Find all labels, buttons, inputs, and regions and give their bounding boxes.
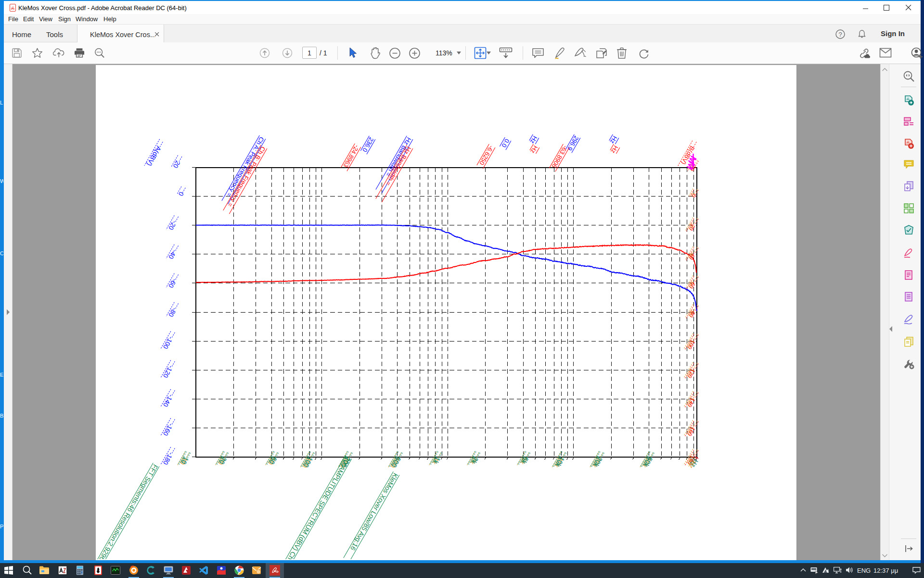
svg-text:-80: -80 [167, 306, 178, 318]
svg-text:20*AMPLITUDE SPECTRUM (dBV): 20*AMPLITUDE SPECTRUM (dBV) Ch A [283, 456, 352, 560]
svg-text:Hz: Hz [609, 144, 619, 155]
svg-text:Ch A: Peak Frequency =: Ch A: Peak Frequency = [225, 136, 266, 198]
svg-text:Ch B: Peak Frequency =: Ch B: Peak Frequency = [226, 145, 267, 208]
svg-text:20: 20 [172, 159, 182, 170]
svg-text:-140: -140 [162, 393, 175, 408]
svg-text:?: ? [838, 31, 842, 38]
svg-text:-40: -40 [167, 249, 178, 260]
svg-text:Hz: Hz [528, 135, 539, 145]
svg-text:-180: -180 [162, 451, 175, 466]
svg-text:-160: -160 [162, 422, 175, 437]
svg-text:-100: -100 [162, 335, 175, 350]
svg-text:-120: -120 [162, 364, 175, 379]
svg-text:-20: -20 [167, 220, 178, 231]
svg-text:KleMos Xover Low/85 Avg:16: KleMos Xover Low/85 Avg:16 [349, 472, 399, 552]
svg-text:-24.8963: -24.8963 [342, 144, 361, 169]
svg-text:A(dBV): A(dBV) [145, 145, 163, 168]
svg-text:Hz: Hz [529, 144, 539, 155]
svg-text:-63.8906: -63.8906 [551, 144, 569, 170]
svg-text:FFT Segments:46 Resolution:2.: FFT Segments:46 Resolution:2.9296 Hz [96, 463, 159, 560]
svg-text:-60: -60 [167, 277, 178, 289]
svg-text:Hz: Hz [608, 135, 618, 145]
svg-text:236.0: 236.0 [361, 136, 375, 154]
svg-text:0: 0 [177, 191, 185, 197]
